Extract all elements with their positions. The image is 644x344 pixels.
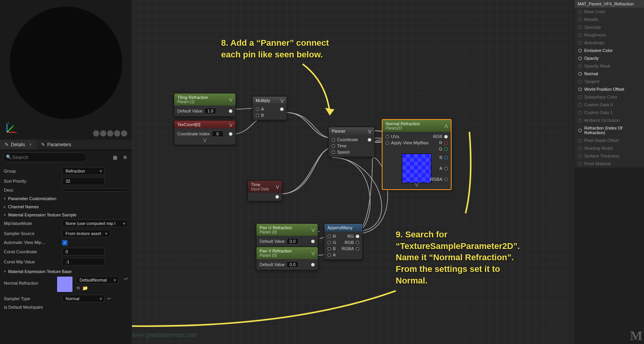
node-tiling-refraction[interactable]: Tiling RefractionParam (1)⋁ Default Valu… bbox=[174, 93, 236, 117]
input-pin-uvs[interactable] bbox=[386, 135, 389, 138]
output-pin[interactable] bbox=[275, 195, 279, 199]
material-output-world-position-offset[interactable]: World Position Offset bbox=[575, 85, 644, 93]
expand-icon[interactable]: ⋁ bbox=[174, 138, 235, 143]
input-pin-b[interactable] bbox=[256, 114, 259, 117]
output-pin-rgba[interactable] bbox=[444, 178, 448, 181]
output-pin-a[interactable] bbox=[444, 167, 448, 170]
autoviewmip-checkbox[interactable]: ✓ bbox=[62, 240, 68, 245]
material-output-roughness[interactable]: Roughness bbox=[575, 31, 644, 39]
material-output-normal[interactable]: Normal bbox=[575, 70, 644, 78]
input-pin-a[interactable] bbox=[256, 107, 259, 111]
constmip-input[interactable]: -1 bbox=[62, 258, 105, 266]
output-pin[interactable] bbox=[229, 132, 232, 136]
output-pin-rg[interactable] bbox=[356, 235, 359, 238]
output-pin[interactable] bbox=[368, 138, 371, 142]
input-pin-coordinate[interactable] bbox=[332, 138, 335, 142]
material-output-shading-model[interactable]: Shading Model bbox=[575, 144, 644, 152]
section-param-customization[interactable]: Parameter Customization bbox=[4, 194, 128, 202]
input-pin-a[interactable] bbox=[327, 253, 331, 257]
output-pin-r[interactable] bbox=[444, 141, 448, 145]
node-time[interactable]: TimeInput Data⋁ bbox=[248, 180, 282, 201]
material-output-opacity-mask[interactable]: Opacity Mask bbox=[575, 62, 644, 70]
search-input[interactable] bbox=[3, 152, 87, 162]
expand-icon[interactable]: ⋁ bbox=[383, 182, 451, 188]
node-texcoord[interactable]: TexCoord[0]⋁ Coordinate Index0 ⋁ bbox=[174, 120, 236, 145]
chevron-up-icon[interactable]: ⋀ bbox=[445, 124, 448, 128]
node-panner[interactable]: Panner⋁ Coordinate Time Speed bbox=[328, 127, 375, 157]
default-value-input[interactable]: 0.0 bbox=[287, 261, 298, 268]
chevron-down-icon[interactable]: ⋁ bbox=[229, 97, 232, 102]
use-asset-icon[interactable]: ⟲ bbox=[76, 285, 80, 291]
output-pin-rgb[interactable] bbox=[444, 135, 448, 138]
output-pin[interactable] bbox=[229, 109, 232, 113]
material-output-surface-thickness[interactable]: Surface Thickness bbox=[575, 152, 644, 160]
settings-icon[interactable]: ⚙ bbox=[121, 154, 129, 161]
texture-thumbnail[interactable] bbox=[57, 276, 73, 292]
preview-shape-modes[interactable] bbox=[93, 130, 127, 137]
output-pin-rgba[interactable] bbox=[356, 247, 359, 251]
view-list-icon[interactable]: ▦ bbox=[111, 154, 119, 161]
tab-details[interactable]: ✎ Details× bbox=[0, 140, 36, 150]
chevron-down-icon[interactable]: ⋁ bbox=[312, 228, 315, 232]
material-output-pixel-depth-offset[interactable]: Pixel Depth Offset bbox=[575, 137, 644, 144]
node-multiply[interactable]: Multiply⋁ A B bbox=[252, 96, 287, 120]
node-pan-u[interactable]: Pan U RefractionParam (0)⋁ Default Value… bbox=[256, 223, 318, 247]
group-dropdown[interactable]: Refraction bbox=[62, 167, 105, 175]
chevron-down-icon[interactable]: ⋁ bbox=[312, 251, 315, 255]
constcoord-input[interactable]: 0 bbox=[62, 248, 105, 256]
material-output-refraction-index-of-refraction-[interactable]: Refraction (Index Of Refraction) bbox=[575, 124, 644, 137]
material-output-tangent[interactable]: Tangent bbox=[575, 78, 644, 85]
output-pin[interactable] bbox=[280, 107, 284, 111]
desc-input[interactable] bbox=[62, 188, 128, 192]
chevron-down-icon[interactable]: ⋁ bbox=[276, 185, 279, 189]
material-title[interactable]: MAT_Parent_VFX_Refraction bbox=[575, 0, 644, 8]
material-preview[interactable]: zxy bbox=[0, 0, 132, 140]
chevron-down-icon[interactable]: ⋁ bbox=[280, 99, 284, 103]
samplersource-dropdown[interactable]: From texture asset bbox=[62, 230, 110, 237]
material-output-specular[interactable]: Specular bbox=[575, 23, 644, 31]
material-output-metallic[interactable]: Metallic bbox=[575, 16, 644, 23]
material-output-ambient-occlusion[interactable]: Ambient Occlusion bbox=[575, 116, 644, 124]
material-output-custom-data-1[interactable]: Custom Data 1 bbox=[575, 109, 644, 116]
node-pan-v[interactable]: Pan V RefractionParam (0)⋁ Default Value… bbox=[256, 247, 318, 270]
samplertype-dropdown[interactable]: Normal bbox=[62, 295, 105, 303]
input-pin-r[interactable] bbox=[327, 235, 331, 238]
material-output-base-color[interactable]: Base Color bbox=[575, 8, 644, 16]
reset-icon[interactable]: ↩ bbox=[124, 276, 128, 282]
browse-asset-icon[interactable]: 📁 bbox=[82, 285, 88, 291]
tab-parameters[interactable]: ✎ Parameters bbox=[36, 140, 76, 150]
output-pin-rgb[interactable] bbox=[356, 241, 359, 244]
input-pin-speed[interactable] bbox=[332, 150, 335, 154]
output-pin[interactable] bbox=[311, 263, 315, 266]
chevron-down-icon[interactable]: ⋁ bbox=[229, 123, 232, 127]
default-value-input[interactable]: 1.0 bbox=[204, 108, 216, 114]
material-output-subsurface-color[interactable]: Subsurface Color bbox=[575, 93, 644, 101]
input-pin-g[interactable] bbox=[327, 241, 331, 244]
input-pin-b[interactable] bbox=[327, 247, 331, 251]
section-channel-names[interactable]: Channel Names bbox=[4, 202, 128, 210]
close-icon[interactable]: × bbox=[29, 142, 32, 147]
coord-index-input[interactable]: 0 bbox=[212, 131, 223, 137]
sortpriority-input[interactable]: 32 bbox=[62, 177, 105, 185]
mipvaluemode-dropdown[interactable]: None (use computed mip l bbox=[62, 220, 128, 227]
chevron-down-icon[interactable]: ⋁ bbox=[368, 129, 371, 133]
output-pin[interactable] bbox=[311, 240, 315, 243]
node-appendmany[interactable]: AppendMany RRG GRGB BRGBA A bbox=[324, 223, 363, 260]
input-pin-mipbias[interactable] bbox=[386, 141, 389, 145]
material-output-opacity[interactable]: Opacity bbox=[575, 54, 644, 62]
texture-asset-dropdown[interactable]: DefaultNormal bbox=[76, 276, 119, 284]
details-body: GroupRefraction Sort Priority32 Desc Par… bbox=[0, 164, 132, 312]
material-output-anisotropy[interactable]: Anisotropy bbox=[575, 39, 644, 47]
input-pin-time[interactable] bbox=[332, 144, 335, 148]
output-pin-g[interactable] bbox=[444, 147, 448, 151]
default-value-input[interactable]: 0.0 bbox=[287, 238, 298, 244]
material-output-custom-data-0[interactable]: Custom Data 0 bbox=[575, 101, 644, 109]
reset-icon[interactable]: ↩ bbox=[107, 296, 111, 301]
node-graph[interactable]: Tiling RefractionParam (1)⋁ Default Valu… bbox=[132, 0, 574, 344]
section-texture-base[interactable]: Material Expression Texture Base bbox=[4, 267, 128, 275]
output-pin-b[interactable] bbox=[444, 156, 448, 159]
node-normal-refraction[interactable]: Normal RefractionParam2D⋀ UVsRGB Apply V… bbox=[382, 119, 452, 190]
material-output-front-material[interactable]: Front Material bbox=[575, 160, 644, 168]
material-output-emissive-color[interactable]: Emissive Color bbox=[575, 47, 644, 54]
section-texture-sample[interactable]: Material Expression Texture Sample bbox=[4, 210, 128, 218]
